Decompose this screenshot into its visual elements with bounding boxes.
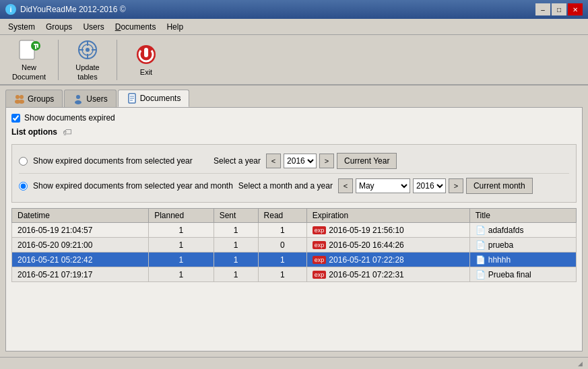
doc-icon: 📄 (476, 270, 486, 279)
col-read: Read (258, 209, 306, 223)
month-year-select[interactable]: 2014 2015 2016 2017 (413, 178, 446, 193)
cell-sent: 1 (214, 238, 258, 253)
tab-groups[interactable]: Groups (5, 90, 63, 107)
cell-expiration: exp 2016-05-20 16:44:26 (306, 238, 469, 253)
year-prev-button[interactable]: < (266, 154, 281, 168)
svg-rect-3 (37, 44, 38, 48)
cell-title: 📄prueba (469, 238, 576, 253)
tab-documents[interactable]: Documents (118, 90, 190, 107)
list-options-header: List options 🏷 (11, 127, 577, 137)
list-options-label: List options (11, 127, 57, 137)
cell-read: 1 (258, 267, 306, 282)
expired-badge: exp (313, 256, 327, 264)
select-month-year-label: Select a month and a year (238, 181, 333, 191)
cell-expiration: exp 2016-05-19 21:56:10 (306, 223, 469, 238)
tab-area: Groups Users (0, 86, 588, 107)
tab-users[interactable]: Users (64, 90, 116, 107)
expiry-cell: exp 2016-05-20 16:44:26 (313, 240, 404, 250)
svg-point-10 (15, 95, 20, 99)
filter-year-radio[interactable] (19, 157, 28, 166)
update-tables-button[interactable]: Update tables (64, 38, 111, 81)
status-bar: ◢ (0, 357, 588, 369)
menu-help[interactable]: Help (161, 21, 189, 33)
content-area: Groups Users (0, 86, 588, 357)
filter-year-label: Show expired documents from selected yea… (33, 156, 208, 166)
table-row[interactable]: 2016-05-20 09:21:00 1 1 0 exp 2016-05-20… (12, 238, 577, 253)
main-content: Show documents expired List options 🏷 Sh… (5, 107, 583, 351)
table-row[interactable]: 2016-05-21 07:19:17 1 1 1 exp 2016-05-21… (12, 267, 577, 282)
month-prev-button[interactable]: < (338, 178, 353, 193)
minimize-button[interactable]: – (535, 3, 550, 15)
table-row[interactable]: 2016-05-19 21:04:57 1 1 1 exp 2016-05-19… (12, 223, 577, 238)
new-document-button[interactable]: New Document (5, 38, 53, 81)
month-select-group: Select a month and a year < January Febr… (238, 178, 533, 194)
cell-datetime: 2016-05-20 09:21:00 (12, 238, 149, 253)
toolbar-separator-1 (58, 40, 59, 80)
cell-expiration: exp 2016-05-21 07:22:31 (306, 267, 469, 282)
exit-icon (134, 42, 158, 67)
new-document-icon (17, 38, 41, 62)
cell-datetime: 2016-05-19 21:04:57 (12, 223, 149, 238)
svg-point-7 (86, 48, 90, 52)
cell-expiration: exp 2016-05-21 07:22:28 (306, 253, 469, 267)
tab-documents-label: Documents (140, 94, 181, 103)
month-next-button[interactable]: > (449, 178, 463, 193)
show-expired-checkbox[interactable] (11, 114, 20, 123)
month-select[interactable]: January February March April May June Ju… (356, 178, 410, 193)
exit-button[interactable]: Exit (123, 38, 170, 81)
update-tables-label: Update tables (67, 63, 108, 81)
option-row-year: Show expired documents from selected yea… (19, 149, 569, 173)
cell-datetime: 2016-05-21 07:19:17 (12, 267, 149, 282)
title-cell: 📄adafdafds (476, 226, 524, 235)
maximize-button[interactable]: □ (552, 3, 566, 15)
expired-badge: exp (313, 241, 327, 249)
window-controls: – □ ✕ (535, 3, 583, 15)
toolbar: New Document Update tables (0, 35, 588, 86)
current-year-button[interactable]: Current Year (337, 153, 397, 169)
doc-icon: 📄 (476, 226, 486, 235)
col-sent: Sent (214, 209, 258, 223)
current-month-button[interactable]: Current month (466, 178, 533, 194)
app-window: i DidYouReadMe 2012-2016 © – □ ✕ System … (0, 0, 588, 369)
svg-point-11 (20, 95, 24, 99)
groups-tab-icon (14, 94, 25, 104)
tag-icon: 🏷 (63, 127, 72, 137)
svg-rect-9 (144, 48, 148, 57)
table-row[interactable]: 2016-05-21 05:22:42 1 1 1 exp 2016-05-21… (12, 253, 577, 267)
cell-planned: 1 (149, 267, 214, 282)
menu-groups[interactable]: Groups (40, 21, 77, 33)
app-icon: i (5, 4, 16, 15)
doc-icon: 📄 (476, 240, 486, 250)
cell-datetime: 2016-05-21 05:22:42 (12, 253, 149, 267)
col-datetime: Datetime (12, 209, 149, 223)
title-bar: i DidYouReadMe 2012-2016 © – □ ✕ (0, 0, 588, 19)
filter-month-radio[interactable] (19, 182, 28, 191)
year-next-button[interactable]: > (319, 154, 334, 168)
col-planned: Planned (149, 209, 214, 223)
documents-table: Datetime Planned Sent Read Expiration Ti… (11, 208, 577, 282)
title-cell: 📄hhhhh (476, 255, 511, 265)
svg-point-14 (76, 95, 80, 99)
menu-system[interactable]: System (3, 21, 40, 33)
cell-title: 📄hhhhh (469, 253, 576, 267)
menu-bar: System Groups Users Documents Help (0, 19, 588, 35)
cell-read: 1 (258, 223, 306, 238)
tab-users-label: Users (86, 94, 107, 104)
users-tab-icon (73, 94, 84, 104)
app-title: DidYouReadMe 2012-2016 © (20, 5, 126, 14)
doc-icon: 📄 (476, 255, 486, 265)
menu-users[interactable]: Users (77, 21, 109, 33)
show-expired-label: Show documents expired (24, 113, 115, 123)
year-select[interactable]: 2014 2015 2016 2017 (284, 154, 317, 168)
title-bar-left: i DidYouReadMe 2012-2016 © (5, 4, 126, 15)
col-title: Title (469, 209, 576, 223)
cell-planned: 1 (149, 253, 214, 267)
menu-documents[interactable]: Documents (110, 21, 162, 33)
close-button[interactable]: ✕ (568, 3, 583, 15)
cell-title: 📄Prueba final (469, 267, 576, 282)
toolbar-separator-2 (117, 40, 117, 80)
expired-badge: exp (313, 271, 327, 279)
cell-sent: 1 (214, 253, 258, 267)
col-expiration: Expiration (306, 209, 469, 223)
select-year-label: Select a year (214, 156, 261, 166)
